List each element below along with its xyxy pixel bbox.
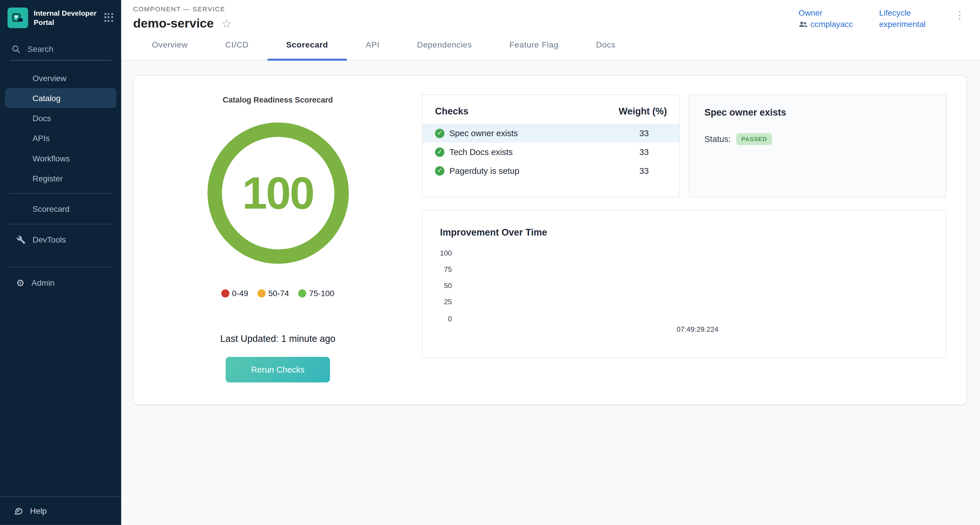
owner-block: Owner ccmplayacc bbox=[799, 8, 853, 30]
page-title: demo-service bbox=[133, 16, 213, 31]
improvement-chart: Improvement Over Time 100 75 50 25 0 07:… bbox=[422, 210, 947, 358]
y-axis-tick: 100 bbox=[427, 250, 452, 257]
legend-dot-amber bbox=[258, 290, 266, 298]
sidebar-item-admin[interactable]: ⚙ Admin bbox=[0, 272, 121, 292]
x-axis-tick: 07:49:29.224 bbox=[657, 326, 738, 333]
lifecycle-block: Lifecycle experimental bbox=[879, 8, 926, 30]
legend-item-red: 0-49 bbox=[221, 289, 248, 298]
status-label: Status: bbox=[705, 134, 731, 144]
owner-label: Owner bbox=[799, 8, 853, 19]
brand-title: Internal Developer Portal bbox=[33, 9, 96, 26]
gauge-legend: 0-49 50-74 75-100 bbox=[221, 289, 334, 298]
app-logo-icon bbox=[8, 8, 28, 28]
table-row[interactable]: ✓ Spec owner exists 33 bbox=[423, 124, 679, 143]
checks-header-weight: Weight (%) bbox=[619, 106, 667, 116]
tab-dependencies[interactable]: Dependencies bbox=[398, 31, 491, 61]
main-area: COMPONENT — SERVICE demo-service ☆ Owner bbox=[121, 0, 980, 525]
sidebar-footer: Help bbox=[0, 496, 121, 525]
search-icon bbox=[11, 45, 21, 54]
last-updated-text: Last Updated: 1 minute ago bbox=[220, 333, 336, 344]
y-axis-tick: 0 bbox=[427, 315, 452, 323]
lifecycle-label: Lifecycle bbox=[879, 8, 926, 19]
scorecard-title: Catalog Readiness Scorecard bbox=[223, 95, 333, 104]
legend-item-amber: 50-74 bbox=[258, 289, 289, 298]
help-chat-icon bbox=[14, 506, 23, 515]
sidebar-nav: Overview Catalog Docs APIs Workflows Reg… bbox=[0, 60, 121, 292]
gear-icon: ⚙ bbox=[16, 278, 25, 287]
y-axis-tick: 75 bbox=[427, 266, 452, 273]
sidebar-item-devtools[interactable]: DevTools bbox=[0, 229, 121, 250]
table-row[interactable]: ✓ Tech Docs exists 33 bbox=[423, 143, 679, 161]
search-label: Search bbox=[27, 45, 53, 54]
entity-tabs: Overview CI/CD Scorecard API Dependencie… bbox=[121, 31, 980, 61]
check-passed-icon: ✓ bbox=[435, 128, 444, 138]
sidebar-item-scorecard[interactable]: Scorecard bbox=[0, 199, 121, 219]
legend-dot-red bbox=[221, 290, 229, 298]
sidebar-divider bbox=[9, 224, 113, 224]
legend-dot-green bbox=[299, 290, 307, 298]
entity-header: COMPONENT — SERVICE demo-service ☆ Owner bbox=[121, 0, 980, 31]
sidebar-item-overview[interactable]: Overview bbox=[0, 68, 121, 88]
checks-table-header: Checks Weight (%) bbox=[423, 95, 679, 124]
app-root: Internal Developer Portal Search Overvie… bbox=[0, 0, 980, 525]
checks-table: Checks Weight (%) ✓ Spec owner exists 33 bbox=[422, 94, 680, 197]
group-icon bbox=[799, 21, 807, 27]
tab-cicd[interactable]: CI/CD bbox=[207, 31, 267, 61]
tab-overview[interactable]: Overview bbox=[133, 31, 206, 61]
tab-content: Catalog Readiness Scorecard 100 0-49 50-… bbox=[121, 60, 980, 525]
sidebar-item-help[interactable]: Help bbox=[0, 496, 121, 525]
sidebar-item-catalog[interactable]: Catalog bbox=[5, 88, 116, 108]
check-detail-panel: Spec owner exists Status: PASSED bbox=[689, 94, 947, 197]
checks-section: Checks Weight (%) ✓ Spec owner exists 33 bbox=[422, 76, 966, 404]
status-badge: PASSED bbox=[736, 133, 772, 145]
chart-title: Improvement Over Time bbox=[440, 227, 928, 238]
checks-header-name: Checks bbox=[435, 106, 468, 116]
tab-scorecard[interactable]: Scorecard bbox=[267, 31, 347, 61]
tab-docs[interactable]: Docs bbox=[577, 31, 634, 61]
sidebar-item-apis[interactable]: APIs bbox=[0, 128, 121, 148]
check-passed-icon: ✓ bbox=[435, 166, 444, 175]
table-row[interactable]: ✓ Pagerduty is setup 33 bbox=[423, 161, 679, 180]
sidebar-item-workflows[interactable]: Workflows bbox=[0, 148, 121, 168]
sidebar-item-docs[interactable]: Docs bbox=[0, 108, 121, 128]
sidebar-search[interactable]: Search bbox=[10, 35, 111, 61]
sidebar-divider bbox=[9, 267, 113, 267]
scorecard-panel: Catalog Readiness Scorecard 100 0-49 50-… bbox=[133, 75, 967, 405]
wrench-icon bbox=[16, 235, 25, 244]
sidebar-item-register[interactable]: Register bbox=[0, 168, 121, 188]
score-gauge: 100 bbox=[207, 123, 348, 264]
kebab-menu-icon[interactable]: ⋮ bbox=[952, 9, 967, 22]
tab-feature-flag[interactable]: Feature Flag bbox=[491, 31, 577, 61]
brand: Internal Developer Portal bbox=[0, 0, 121, 35]
check-passed-icon: ✓ bbox=[435, 147, 444, 156]
score-value: 100 bbox=[242, 167, 313, 219]
lifecycle-value: experimental bbox=[879, 19, 926, 30]
owner-value-link[interactable]: ccmplayacc bbox=[810, 19, 853, 30]
rerun-checks-button[interactable]: Rerun Checks bbox=[226, 357, 330, 382]
app-switcher-icon[interactable] bbox=[104, 13, 114, 22]
legend-item-green: 75-100 bbox=[299, 289, 334, 298]
sidebar-divider bbox=[9, 193, 113, 194]
gauge-section: Catalog Readiness Scorecard 100 0-49 50-… bbox=[134, 76, 422, 404]
check-detail-title: Spec owner exists bbox=[705, 107, 931, 118]
sidebar: Internal Developer Portal Search Overvie… bbox=[0, 0, 121, 525]
tab-api[interactable]: API bbox=[347, 31, 398, 61]
y-axis-tick: 50 bbox=[427, 282, 452, 290]
y-axis-tick: 25 bbox=[427, 298, 452, 305]
favorite-star-icon[interactable]: ☆ bbox=[221, 18, 232, 29]
